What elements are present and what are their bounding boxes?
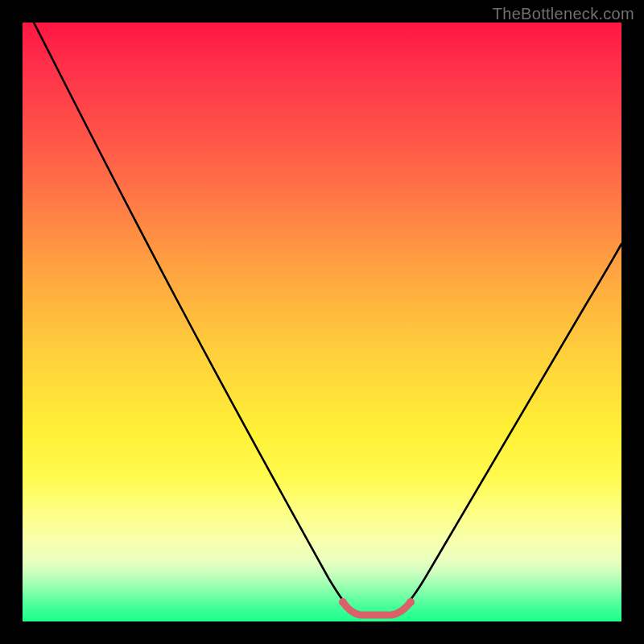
chart-frame: TheBottleneck.com	[0, 0, 644, 644]
curve-layer	[23, 23, 621, 621]
flat-bottom-marker	[343, 602, 411, 615]
bottleneck-curve	[34, 23, 621, 615]
watermark-text: TheBottleneck.com	[493, 5, 634, 23]
flat-bottom-left-dot	[339, 598, 347, 606]
flat-bottom-right-dot	[407, 598, 415, 606]
plot-area	[23, 23, 621, 621]
